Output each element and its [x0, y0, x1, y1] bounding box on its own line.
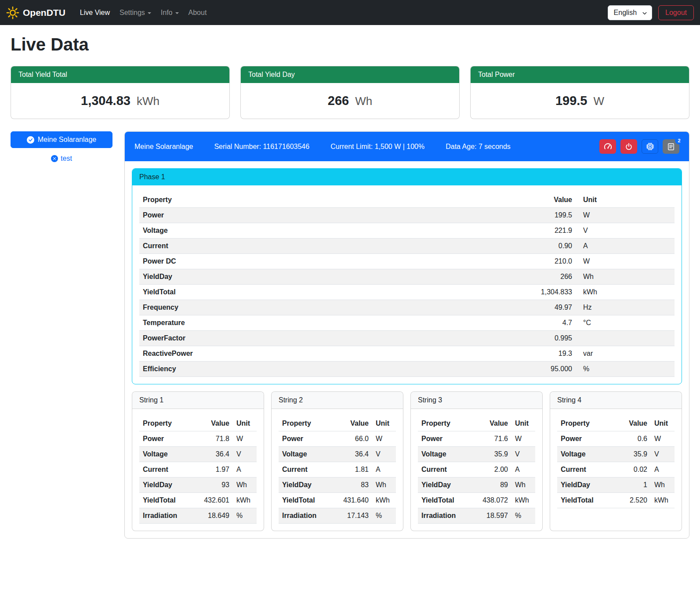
nav-settings[interactable]: Settings	[115, 5, 156, 20]
property-unit: kWh	[372, 493, 396, 508]
journal-icon	[667, 143, 675, 151]
nav-links: Live View Settings Info About	[75, 5, 212, 20]
property-unit: Wh	[651, 478, 675, 493]
sidebar-item-meine-solaranlage[interactable]: Meine Solaranlage	[11, 131, 112, 148]
col-unit: Unit	[233, 416, 257, 431]
sidebar-item-label: Meine Solaranlage	[38, 136, 96, 144]
table-row: Power 71.6 W	[418, 431, 535, 447]
property-name: Irradiation	[139, 508, 200, 524]
speedometer-icon	[604, 142, 612, 151]
navbar: OpenDTU Live View Settings Info About En…	[0, 0, 700, 25]
table-row: Power 71.8 W	[139, 431, 257, 447]
property-name: Power	[557, 431, 619, 447]
col-unit: Unit	[576, 192, 675, 208]
table-row: YieldTotal 2.520 kWh	[557, 493, 675, 508]
property-value: 36.4	[200, 447, 233, 462]
property-value: 71.6	[479, 431, 511, 447]
table-header-row: Property Value Unit	[139, 192, 675, 208]
property-value: 19.3	[519, 346, 576, 362]
col-value: Value	[619, 416, 651, 431]
inverter-actions: 2	[599, 139, 679, 154]
table-header-row: Property Value Unit	[557, 416, 675, 431]
sidebar-item-label: test	[61, 155, 72, 163]
sun-logo-icon	[6, 6, 19, 19]
property-name: ReactivePower	[139, 346, 519, 362]
string-card: String 1 Property Value Unit Power 71.8 …	[132, 391, 264, 531]
property-unit: W	[651, 431, 675, 447]
total-yield-total-card: Total Yield Total 1,304.83 kWh	[11, 66, 230, 119]
event-count-badge: 2	[675, 136, 683, 145]
property-value: 266	[519, 269, 576, 285]
table-row: Current 1.81 A	[279, 462, 396, 478]
col-value: Value	[479, 416, 511, 431]
total-yield-total-unit: kWh	[137, 94, 160, 108]
power-button[interactable]	[620, 139, 637, 154]
device-info-button[interactable]	[642, 139, 658, 154]
nav-about[interactable]: About	[184, 5, 212, 20]
property-unit: V	[511, 447, 535, 462]
property-value: 438.072	[479, 493, 511, 508]
col-value: Value	[340, 416, 372, 431]
string-card: String 3 Property Value Unit Power 71.6 …	[410, 391, 543, 531]
event-log-button[interactable]: 2	[663, 139, 679, 154]
col-property: Property	[557, 416, 619, 431]
language-select[interactable]: English	[608, 5, 652, 20]
property-unit: A	[233, 462, 257, 478]
property-name: YieldTotal	[557, 493, 619, 508]
property-name: Voltage	[418, 447, 479, 462]
property-name: Voltage	[279, 447, 340, 462]
sidebar-item-test[interactable]: test	[11, 155, 112, 163]
property-unit: Wh	[576, 269, 675, 285]
table-header-row: Property Value Unit	[139, 416, 257, 431]
property-unit: kWh	[651, 493, 675, 508]
page-title: Live Data	[11, 35, 689, 54]
property-unit: Wh	[511, 478, 535, 493]
property-value: 2.520	[619, 493, 651, 508]
total-yield-total-value: 1,304.83	[81, 94, 131, 108]
property-value: 89	[479, 478, 511, 493]
property-unit: V	[576, 223, 675, 239]
col-value: Value	[519, 192, 576, 208]
property-unit: W	[576, 208, 675, 223]
string-table: Property Value Unit Power 66.0 W Voltage…	[279, 416, 396, 524]
table-row: Power 0.6 W	[557, 431, 675, 447]
table-row: Voltage 36.4 V	[139, 447, 257, 462]
property-unit: A	[511, 462, 535, 478]
property-unit: W	[576, 254, 675, 269]
col-unit: Unit	[511, 416, 535, 431]
property-unit: °C	[576, 315, 675, 331]
property-name: YieldDay	[139, 269, 519, 285]
nav-live-view[interactable]: Live View	[75, 5, 115, 20]
inverter-data-age: Data Age: 7 seconds	[446, 143, 511, 151]
string-card-body: Property Value Unit Power 0.6 W Voltage …	[550, 409, 682, 515]
property-name: Current	[418, 462, 479, 478]
property-unit: %	[372, 508, 396, 524]
property-name: Power DC	[139, 254, 519, 269]
navbar-right: English Logout	[608, 5, 694, 20]
string-card: String 2 Property Value Unit Power 66.0 …	[271, 391, 403, 531]
table-row: YieldTotal 431.640 kWh	[279, 493, 396, 508]
content-row: Meine Solaranlage test Meine Solaranlage…	[11, 131, 689, 539]
property-unit	[576, 331, 675, 346]
property-name: YieldDay	[557, 478, 619, 493]
total-power-value: 199.5	[555, 94, 588, 108]
property-unit: A	[651, 462, 675, 478]
col-property: Property	[418, 416, 479, 431]
col-unit: Unit	[372, 416, 396, 431]
table-row: YieldDay 89 Wh	[418, 478, 535, 493]
string-card-body: Property Value Unit Power 71.6 W Voltage…	[411, 409, 542, 531]
table-header-row: Property Value Unit	[279, 416, 396, 431]
string-card-title: String 4	[550, 392, 682, 409]
logout-button[interactable]: Logout	[658, 5, 694, 20]
brand[interactable]: OpenDTU	[6, 6, 65, 19]
property-value: 1.97	[200, 462, 233, 478]
total-power-unit: W	[594, 94, 605, 108]
inverter-sidebar: Meine Solaranlage test	[11, 131, 112, 163]
limit-settings-button[interactable]	[599, 139, 616, 154]
property-value: 0.6	[619, 431, 651, 447]
property-unit: Wh	[372, 478, 396, 493]
power-icon	[625, 143, 633, 151]
table-row: Voltage 221.9 V	[139, 223, 675, 239]
nav-info[interactable]: Info	[156, 5, 184, 20]
nav-live-view-label: Live View	[80, 9, 110, 17]
